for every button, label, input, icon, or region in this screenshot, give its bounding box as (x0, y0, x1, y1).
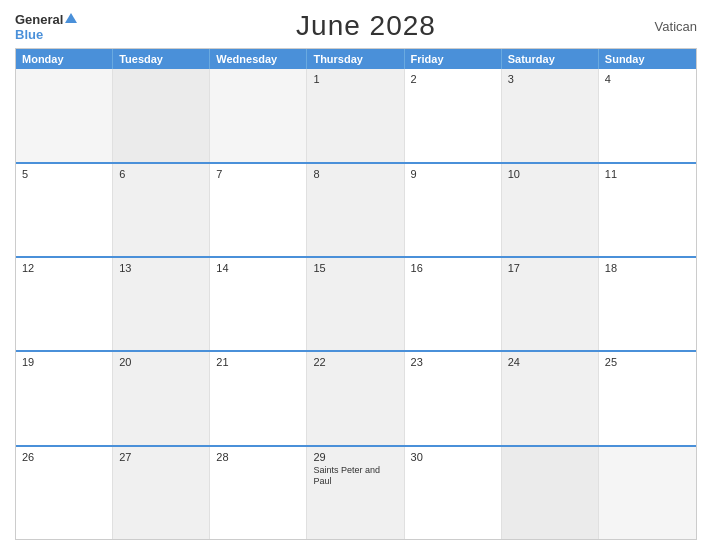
day-number: 10 (508, 168, 592, 180)
day-cell: 3 (502, 69, 599, 161)
day-number: 7 (216, 168, 300, 180)
day-cell: 23 (405, 352, 502, 444)
day-number: 15 (313, 262, 397, 274)
week-row-4: 19202122232425 (16, 350, 696, 444)
day-cell: 13 (113, 258, 210, 350)
day-number: 2 (411, 73, 495, 85)
day-cell: 26 (16, 447, 113, 539)
header: General Blue June 2028 Vatican (15, 10, 697, 42)
day-number: 18 (605, 262, 690, 274)
calendar-title: June 2028 (296, 10, 436, 42)
day-cell: 2 (405, 69, 502, 161)
header-friday: Friday (405, 49, 502, 69)
day-number: 16 (411, 262, 495, 274)
day-cell: 18 (599, 258, 696, 350)
day-number: 19 (22, 356, 106, 368)
day-cell (113, 69, 210, 161)
day-number: 13 (119, 262, 203, 274)
week-row-1: 1234 (16, 69, 696, 161)
day-number: 20 (119, 356, 203, 368)
event-label: Saints Peter and Paul (313, 465, 397, 488)
logo-general: General (15, 12, 63, 27)
day-cell: 29Saints Peter and Paul (307, 447, 404, 539)
day-cell: 17 (502, 258, 599, 350)
logo-blue: Blue (15, 28, 43, 42)
week-row-5: 26272829Saints Peter and Paul30 (16, 445, 696, 539)
day-cell: 19 (16, 352, 113, 444)
day-cell: 10 (502, 164, 599, 256)
day-cell: 8 (307, 164, 404, 256)
day-cell (502, 447, 599, 539)
day-cell: 4 (599, 69, 696, 161)
day-number: 4 (605, 73, 690, 85)
day-number: 11 (605, 168, 690, 180)
day-cell: 15 (307, 258, 404, 350)
header-monday: Monday (16, 49, 113, 69)
header-thursday: Thursday (307, 49, 404, 69)
header-sunday: Sunday (599, 49, 696, 69)
day-number: 26 (22, 451, 106, 463)
day-cell: 5 (16, 164, 113, 256)
day-number: 12 (22, 262, 106, 274)
day-number: 23 (411, 356, 495, 368)
calendar-grid: Monday Tuesday Wednesday Thursday Friday… (15, 48, 697, 540)
day-cell: 12 (16, 258, 113, 350)
header-saturday: Saturday (502, 49, 599, 69)
day-cell: 21 (210, 352, 307, 444)
header-tuesday: Tuesday (113, 49, 210, 69)
day-cell: 1 (307, 69, 404, 161)
country-label: Vatican (655, 19, 697, 34)
day-cell: 9 (405, 164, 502, 256)
day-cell (599, 447, 696, 539)
day-number: 30 (411, 451, 495, 463)
day-number: 24 (508, 356, 592, 368)
header-wednesday: Wednesday (210, 49, 307, 69)
day-number: 3 (508, 73, 592, 85)
day-number: 5 (22, 168, 106, 180)
weeks-container: 1234567891011121314151617181920212223242… (16, 69, 696, 539)
logo-triangle-icon (65, 13, 77, 23)
day-cell: 24 (502, 352, 599, 444)
day-number: 8 (313, 168, 397, 180)
day-cell: 14 (210, 258, 307, 350)
day-cell: 27 (113, 447, 210, 539)
calendar-page: General Blue June 2028 Vatican Monday Tu… (0, 0, 712, 550)
day-cell: 11 (599, 164, 696, 256)
day-number: 14 (216, 262, 300, 274)
day-number: 17 (508, 262, 592, 274)
day-number: 21 (216, 356, 300, 368)
day-cell: 25 (599, 352, 696, 444)
day-cell: 7 (210, 164, 307, 256)
day-number: 22 (313, 356, 397, 368)
day-number: 1 (313, 73, 397, 85)
week-row-2: 567891011 (16, 162, 696, 256)
day-cell: 20 (113, 352, 210, 444)
day-number: 27 (119, 451, 203, 463)
day-cell (210, 69, 307, 161)
day-cell: 22 (307, 352, 404, 444)
day-number: 9 (411, 168, 495, 180)
day-cell: 6 (113, 164, 210, 256)
day-cell: 16 (405, 258, 502, 350)
day-cell: 28 (210, 447, 307, 539)
day-number: 29 (313, 451, 397, 463)
day-headers-row: Monday Tuesday Wednesday Thursday Friday… (16, 49, 696, 69)
week-row-3: 12131415161718 (16, 256, 696, 350)
day-cell: 30 (405, 447, 502, 539)
day-cell (16, 69, 113, 161)
day-number: 25 (605, 356, 690, 368)
logo: General Blue (15, 10, 77, 42)
day-number: 28 (216, 451, 300, 463)
day-number: 6 (119, 168, 203, 180)
logo-text: General (15, 10, 77, 28)
